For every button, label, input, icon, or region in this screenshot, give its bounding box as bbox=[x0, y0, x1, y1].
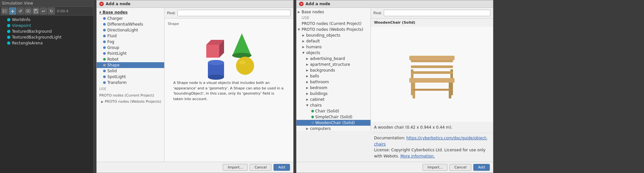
reload-button[interactable]: ↺ bbox=[17, 7, 24, 15]
rtree-advertising-board[interactable]: ▶ advertising_board bbox=[296, 56, 370, 62]
svg-rect-2 bbox=[4, 11, 7, 11]
sim-toolbar: + ↺ ↩ ↻ 0:00:4 bbox=[0, 7, 93, 16]
dialog2-import-button[interactable]: Import... bbox=[423, 164, 447, 171]
tree-item-viewpoint[interactable]: Viewpoint bbox=[0, 23, 93, 29]
dialog2-more-info-link[interactable]: More information. bbox=[400, 154, 435, 158]
node-item-directionallight[interactable]: DirectionalLight bbox=[97, 27, 164, 33]
node-item-robot[interactable]: Robot bbox=[97, 56, 164, 62]
spotlight-icon bbox=[103, 75, 106, 78]
rtree-proto-current-label: PROTO nodes (Current Project) bbox=[302, 21, 361, 26]
dialog2-close-button[interactable]: ✕ bbox=[299, 2, 304, 6]
proto-current-section[interactable]: PROTO nodes (Current Project) bbox=[97, 92, 164, 98]
dialog1-import-button[interactable]: Import... bbox=[223, 164, 248, 171]
svg-marker-9 bbox=[206, 45, 219, 58]
dialog1-add-button[interactable]: Add bbox=[274, 164, 290, 171]
svg-rect-27 bbox=[409, 56, 455, 60]
rtree-bedroom[interactable]: ▶ bedroom bbox=[296, 85, 370, 91]
rtree-base-nodes[interactable]: ▶ Base nodes bbox=[296, 9, 370, 15]
node-item-spotlight[interactable]: SpotLight bbox=[97, 74, 164, 80]
spotlight-label: SpotLight bbox=[107, 75, 126, 79]
add-node-button[interactable]: + bbox=[9, 7, 16, 15]
dialog1-base-nodes-header[interactable]: ▾ Base nodes bbox=[97, 9, 164, 16]
tree-item-texturedbglight[interactable]: TexturedBackgroundLight bbox=[0, 34, 93, 40]
node-item-solid[interactable]: Solid bbox=[97, 68, 164, 74]
sim-titlebar: Simulation View bbox=[0, 0, 93, 7]
use-section: USE bbox=[97, 86, 164, 92]
tree-label-viewpoint: Viewpoint bbox=[12, 23, 31, 28]
undo-button[interactable]: ↩ bbox=[40, 7, 47, 15]
rtree-chairs[interactable]: ▼ chairs bbox=[296, 102, 370, 108]
dialog1-close-button[interactable]: ✕ bbox=[99, 2, 104, 6]
rtree-base-nodes-label: Base nodes bbox=[302, 10, 324, 14]
node-item-fog[interactable]: Fog bbox=[97, 39, 164, 45]
rtree-simple-chair-label: SimpleChair (Solid) bbox=[315, 115, 352, 119]
node-item-pointlight[interactable]: PointLight bbox=[97, 51, 164, 56]
base-nodes-underline: ▾ Base nodes bbox=[99, 10, 128, 15]
rtree-proto-current[interactable]: PROTO nodes (Current Project) bbox=[296, 21, 370, 27]
worldinfo-icon bbox=[7, 18, 10, 21]
dialog1-find-input[interactable] bbox=[177, 10, 291, 16]
rtree-wooden-chair[interactable]: WoodenChair (Solid) bbox=[296, 120, 370, 126]
rtree-buildings[interactable]: ▶ buildings bbox=[296, 91, 370, 97]
rtree-proto-webots[interactable]: ▼ PROTO nodes (Webots Projects) bbox=[296, 27, 370, 32]
transform-icon bbox=[103, 81, 106, 84]
rtree-humans[interactable]: ▶ humans bbox=[296, 44, 370, 50]
dialog2-add-button[interactable]: Add bbox=[473, 164, 490, 171]
rtree-bounding-objects[interactable]: ▶ bounding_objects bbox=[296, 32, 370, 38]
tree-item-texturedbg[interactable]: TexturedBackground bbox=[0, 29, 93, 34]
cabinet-arrow: ▶ bbox=[306, 98, 310, 101]
proto-webots-section[interactable]: ▶ PROTO nodes (Webots Projects) bbox=[97, 98, 164, 105]
fog-icon bbox=[103, 40, 106, 43]
dialog2-find-input[interactable] bbox=[384, 10, 490, 16]
sim-title: Simulation View bbox=[2, 1, 33, 6]
save-button[interactable] bbox=[32, 7, 39, 15]
rtree-computers[interactable]: ▶ computers bbox=[296, 126, 370, 131]
rtree-use[interactable]: USE bbox=[296, 15, 370, 21]
node-item-charger[interactable]: Charger bbox=[97, 16, 164, 21]
dialog1-titlebar: ✕ Add a node bbox=[97, 0, 293, 8]
rtree-objects[interactable]: ▼ objects bbox=[296, 50, 370, 56]
rtree-apartment-structure[interactable]: ▶ apartment_structure bbox=[296, 62, 370, 67]
svg-rect-7 bbox=[35, 9, 37, 11]
fluid-label: Fluid bbox=[107, 34, 117, 38]
dialog2-titlebar: ✕ Add a node bbox=[296, 0, 493, 8]
node-item-shape[interactable]: Shape bbox=[97, 62, 164, 68]
dialog1-node-list-pane: ▾ Base nodes Charger DifferentialWheels … bbox=[97, 8, 165, 162]
rtree-chair-solid[interactable]: Chair (Solid) bbox=[296, 108, 370, 114]
texturedbg-icon bbox=[7, 30, 10, 33]
dialog1-preview-label: Shape bbox=[168, 22, 179, 26]
adv-arrow: ▶ bbox=[306, 57, 310, 60]
rtree-cabinet[interactable]: ▶ cabinet bbox=[296, 97, 370, 102]
dialog1-cancel-button[interactable]: Cancel bbox=[250, 164, 271, 171]
rtree-computers-label: computers bbox=[310, 126, 331, 131]
rtree-backgrounds[interactable]: ▶ backgrounds bbox=[296, 67, 370, 73]
charger-label: Charger bbox=[107, 16, 123, 21]
tree-item-rectanglearena[interactable]: RectangleArena bbox=[0, 40, 93, 46]
node-item-group[interactable]: Group bbox=[97, 45, 164, 51]
node-item-differentialwheels[interactable]: DifferentialWheels bbox=[97, 21, 164, 27]
node-item-transform[interactable]: Transform bbox=[97, 80, 164, 86]
svg-rect-1 bbox=[4, 9, 7, 10]
dialog1-find-bar: Find: bbox=[165, 8, 293, 18]
rtree-balls[interactable]: ▶ balls bbox=[296, 73, 370, 79]
group-icon bbox=[103, 46, 106, 49]
rtree-bathroom[interactable]: ▶ bathroom bbox=[296, 79, 370, 85]
dialog2-cancel-button[interactable]: Cancel bbox=[449, 164, 471, 171]
bathroom-arrow: ▶ bbox=[306, 80, 310, 84]
rtree-default[interactable]: ▶ default bbox=[296, 38, 370, 44]
rtree-balls-label: balls bbox=[310, 74, 319, 78]
redo-button[interactable]: ↻ bbox=[48, 7, 55, 15]
tree-item-worldinfo[interactable]: WorldInfo bbox=[0, 17, 93, 23]
rtree-bedroom-label: bedroom bbox=[310, 86, 327, 90]
show-hide-button[interactable] bbox=[25, 7, 32, 15]
svg-point-18 bbox=[239, 61, 246, 64]
rtree-simple-chair[interactable]: SimpleChair (Solid) bbox=[296, 114, 370, 120]
node-item-fluid[interactable]: Fluid bbox=[97, 33, 164, 39]
proto-webots-arrow: ▶ bbox=[101, 100, 103, 103]
balls-arrow: ▶ bbox=[306, 75, 310, 78]
pointlight-label: PointLight bbox=[107, 51, 127, 56]
svg-rect-0 bbox=[3, 9, 4, 13]
differentialwheels-icon bbox=[103, 23, 106, 26]
rtree-chairs-label: chairs bbox=[310, 103, 322, 108]
toggle-sidebar-button[interactable] bbox=[1, 7, 8, 15]
